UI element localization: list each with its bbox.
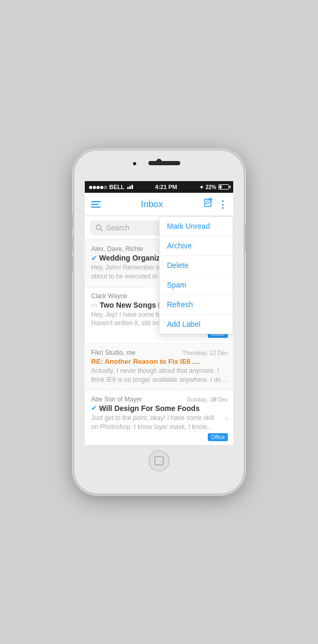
email-date-3: Thursday, 12 Dec — [182, 350, 228, 356]
nav-bar: Inbox ⋮ — [85, 193, 233, 216]
email-sender-4: Abe Son of Mayer — [91, 396, 187, 403]
time-display: 4:21 PM — [155, 184, 178, 190]
phone-screen: BELL 4:21 PM ✦ 22% Inbox — [85, 181, 233, 445]
battery-fill — [219, 185, 222, 189]
battery-icon — [218, 184, 229, 190]
home-button[interactable] — [148, 450, 170, 471]
carrier-label: BELL — [109, 184, 125, 190]
search-placeholder: Search — [106, 223, 129, 232]
status-bar: BELL 4:21 PM ✦ 22% — [85, 181, 233, 193]
compose-button[interactable] — [203, 198, 214, 211]
dropdown-item-delete[interactable]: Delete — [160, 256, 233, 275]
dropdown-item-spam[interactable]: Spam — [160, 275, 233, 295]
check-icon-1: ✔ — [91, 254, 97, 262]
signal-dots — [89, 184, 108, 190]
star-icon-4: ★ — [211, 395, 218, 403]
dropdown-item-archive[interactable]: Archive — [160, 236, 233, 256]
hamburger-menu-icon[interactable] — [91, 201, 101, 208]
svg-line-2 — [101, 229, 103, 231]
email-header-3: Fikri Studio, me Thursday, 12 Dec — [91, 349, 228, 356]
email-subject-row-4: ✔ Will Design For Some Foods — [91, 404, 228, 413]
email-tags-4: Office — [91, 433, 228, 441]
more-options-button[interactable]: ⋮ — [218, 199, 227, 210]
bluetooth-icon: ✦ — [199, 184, 204, 190]
doc-icon-2: ▭ — [91, 301, 98, 309]
email-item-3[interactable]: Fikri Studio, me Thursday, 12 Dec RE: An… — [85, 344, 233, 390]
email-subject-4: Will Design For Some Foods — [99, 404, 200, 413]
dropdown-item-mark-unread[interactable]: Mark Unread — [160, 217, 233, 236]
dropdown-menu: Mark Unread Archive Delete Spam Refresh … — [159, 216, 233, 334]
wifi-icon — [127, 185, 133, 189]
email-header-4: Abe Son of Mayer Sunday, 16 Dec — [91, 396, 228, 403]
content-area: Search Alex, Dave, Richie ✔ Wedding Orga… — [85, 216, 233, 445]
dropdown-item-refresh[interactable]: Refresh — [160, 295, 233, 315]
email-subject-row-3: RE: Another Reason to Fix IE6 .... — [91, 357, 228, 365]
dropdown-item-add-label[interactable]: Add Label — [160, 315, 233, 334]
status-right: ✦ 22% — [199, 184, 229, 190]
email-sender-3: Fikri Studio, me — [91, 349, 182, 356]
email-preview-3: Actually, I never though about that anym… — [91, 366, 228, 384]
nav-actions: ⋮ — [203, 198, 227, 211]
email-date-4: Sunday, 16 Dec — [187, 396, 228, 402]
home-button-inner — [154, 456, 164, 466]
nav-title: Inbox — [141, 199, 163, 210]
search-icon — [95, 224, 103, 231]
email-preview-4: Just get to the point, okay! I have some… — [91, 414, 228, 432]
phone-dot — [133, 162, 136, 165]
svg-rect-0 — [205, 199, 211, 207]
phone-speaker — [148, 161, 180, 165]
arrow-icon-4: › — [225, 414, 228, 423]
status-left: BELL — [89, 184, 133, 190]
email-tag-4: Office — [208, 433, 228, 441]
battery-percent: 22% — [206, 184, 216, 190]
check-icon-4: ✔ — [91, 404, 97, 412]
email-item-4[interactable]: Abe Son of Mayer Sunday, 16 Dec ✔ Will D… — [85, 390, 233, 445]
phone-frame: BELL 4:21 PM ✦ 22% Inbox — [74, 150, 244, 494]
email-subject-3: RE: Another Reason to Fix IE6 .... — [91, 357, 200, 365]
